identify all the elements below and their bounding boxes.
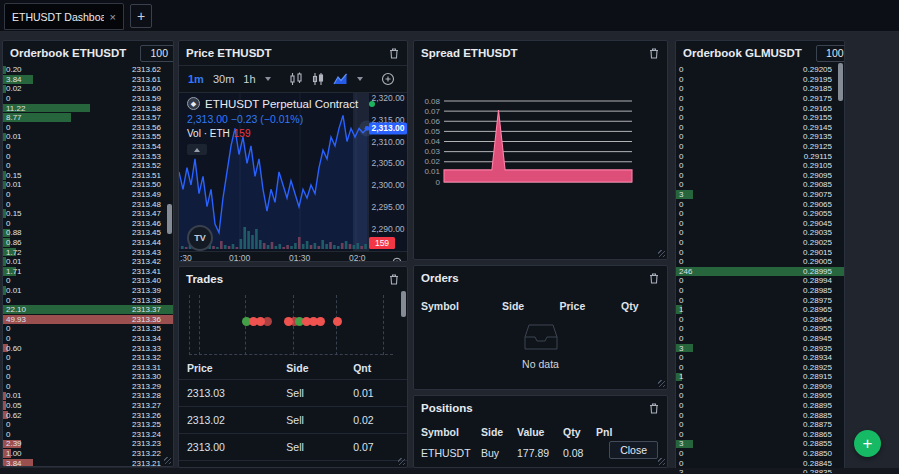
orderbook-row[interactable]: 00.28850 [676,449,844,459]
orderbook-row[interactable]: 10.28965 [676,305,844,315]
add-widget-button[interactable]: + [854,430,881,457]
orderbook-row[interactable]: 00.29155 [676,113,844,123]
orderbook-row[interactable]: 49.932313.36 [3,314,173,324]
orderbook-row[interactable]: 02313.29 [3,382,173,392]
orderbook-row[interactable]: 0.052313.27 [3,401,173,411]
orderbook-row[interactable]: 02313.32 [3,353,173,363]
orderbook-row[interactable]: 8.772313.57 [3,113,173,123]
orderbook-row[interactable]: 2460.28995 [676,266,844,276]
orderbook-row[interactable]: 00.28945 [676,334,844,344]
orderbook-row[interactable]: 30.28935 [676,343,844,353]
orderbook-row[interactable]: 00.28985 [676,286,844,296]
orderbook-row[interactable]: 00.28845 [676,458,844,468]
orderbook-row[interactable]: 22.102313.37 [3,305,173,315]
orderbook-row[interactable]: 3.842313.21 [3,458,173,466]
interval-30m-button[interactable]: 30m [213,73,234,85]
group-size-input[interactable] [816,45,845,62]
orderbook-row[interactable]: 0.012313.42 [3,257,173,267]
close-position-button[interactable]: Close [609,441,658,459]
orderbook-row[interactable]: 02313.30 [3,372,173,382]
orderbook-row[interactable]: 00.29025 [676,238,844,248]
orderbook-row[interactable]: 00.29005 [676,257,844,267]
orderbook-row[interactable]: 2.392313.23 [3,439,173,449]
orderbook-row[interactable]: 1.712313.41 [3,266,173,276]
orderbook-row[interactable]: 0.152313.51 [3,171,173,181]
orderbook-row[interactable]: 00.29125 [676,142,844,152]
new-tab-button[interactable]: + [130,4,152,28]
orderbook-row[interactable]: 02313.56 [3,123,173,133]
orderbook-row[interactable]: 00.29015 [676,247,844,257]
trash-icon[interactable] [387,273,400,286]
interval-1h-button[interactable]: 1h [243,73,255,85]
orderbook-row[interactable]: 0.022313.60 [3,84,173,94]
resize-handle[interactable] [658,380,665,387]
orderbook-row[interactable]: 00.29115 [676,151,844,161]
orderbook-row[interactable]: 00.28975 [676,295,844,305]
orderbook-row[interactable]: 3.842313.61 [3,75,173,85]
orderbook-row[interactable]: 0.602313.33 [3,343,173,353]
orderbook-row[interactable]: 02313.49 [3,190,173,200]
orderbook-row[interactable]: 0.012313.55 [3,132,173,142]
orderbook-row[interactable]: 10.28915 [676,372,844,382]
interval-1m-button[interactable]: 1m [188,73,204,85]
orderbook-row[interactable]: 02313.35 [3,324,173,334]
area-chart-style-icon[interactable] [333,72,348,86]
orderbook-row[interactable]: 00.29145 [676,123,844,133]
orderbook-row[interactable]: 00.28875 [676,420,844,430]
orderbook-row[interactable]: 0.012313.28 [3,391,173,401]
orderbook-row[interactable]: 02313.48 [3,199,173,209]
orderbook-row[interactable]: 00.29095 [676,171,844,181]
indicators-icon[interactable] [381,72,395,86]
orderbook-row[interactable]: 00.28905 [676,391,844,401]
orderbook-row[interactable]: 30.28855 [676,439,844,449]
orderbook-row[interactable]: 02313.52 [3,161,173,171]
candles-style-icon[interactable] [289,72,303,86]
orderbook-row[interactable]: 02313.40 [3,276,173,286]
orderbook-row[interactable]: 00.29035 [676,228,844,238]
orderbook-row[interactable]: 00.29105 [676,161,844,171]
orderbook-row[interactable]: 00.29135 [676,132,844,142]
orderbook-row[interactable]: 02313.34 [3,334,173,344]
orderbook-row[interactable]: 00.29045 [676,219,844,229]
resize-handle[interactable] [658,458,665,465]
orderbook-row[interactable]: 02313.38 [3,295,173,305]
orderbook-row[interactable]: 0.622313.26 [3,410,173,420]
orderbook-row[interactable]: 00.29065 [676,199,844,209]
resize-handle[interactable] [398,458,405,465]
resize-handle[interactable] [658,250,665,257]
trash-icon[interactable] [647,47,660,60]
trash-icon[interactable] [387,47,400,60]
trash-icon[interactable] [647,402,660,415]
orderbook-row[interactable]: 00.28934 [676,353,844,363]
orderbook-row[interactable]: 02313.25 [3,420,173,430]
orderbook-row[interactable]: 0.152313.47 [3,209,173,219]
resize-handle[interactable] [164,457,171,464]
orderbook-row[interactable]: 00.29195 [676,75,844,85]
orderbook-row[interactable]: 1.722313.43 [3,247,173,257]
scrollbar-thumb[interactable] [401,291,406,317]
orderbook-row[interactable]: 00.29205 [676,65,844,75]
orderbook-row[interactable]: 0.012313.50 [3,180,173,190]
orderbook-row[interactable]: 00.29175 [676,94,844,104]
orderbook-row[interactable]: 1.002313.22 [3,449,173,459]
orderbook-row[interactable]: 00.28885 [676,410,844,420]
orderbook-row[interactable]: 00.28994 [676,276,844,286]
scrollbar-thumb[interactable] [838,63,843,101]
tab-ethusdt-dashboard[interactable]: ETHUSDT Dashboard × [4,3,124,30]
orderbook-row[interactable]: 00.29055 [676,209,844,219]
orderbook-row[interactable]: 02313.24 [3,430,173,440]
legend-collapse-button[interactable] [187,144,207,155]
orderbook-row[interactable]: 02313.31 [3,362,173,372]
orderbook-row[interactable]: 02313.54 [3,142,173,152]
orderbook-row[interactable]: 0.202313.62 [3,65,173,75]
orderbook-row[interactable]: 30.29075 [676,190,844,200]
orderbook-row[interactable]: 00.28925 [676,362,844,372]
trash-icon[interactable] [647,272,660,285]
orderbook-row[interactable]: 02313.59 [3,94,173,104]
group-size-input[interactable] [140,45,174,62]
chevron-down-icon[interactable] [265,77,271,81]
orderbook-row[interactable]: 00.28895 [676,401,844,411]
tradingview-logo[interactable]: TV [187,225,213,251]
orderbook-row[interactable]: 0.882313.45 [3,228,173,238]
chevron-down-icon[interactable] [357,77,363,81]
